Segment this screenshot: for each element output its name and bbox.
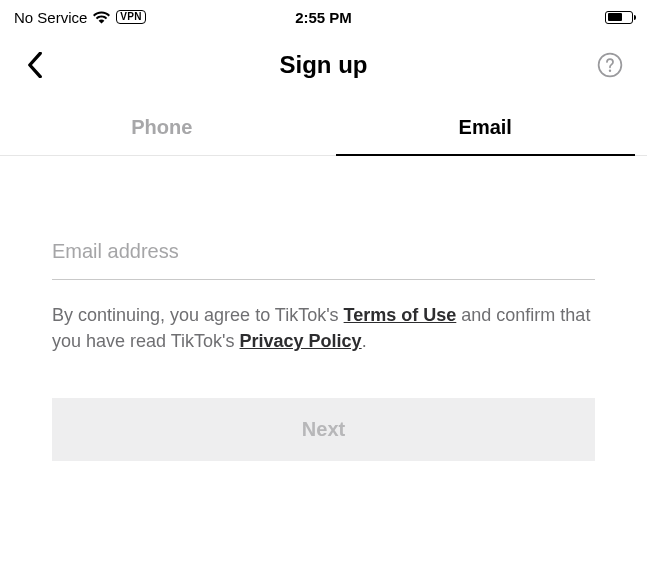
status-time: 2:55 PM [295, 9, 352, 26]
status-bar: No Service VPN 2:55 PM [0, 0, 647, 30]
help-icon [597, 52, 623, 78]
consent-text: By continuing, you agree to TikTok's Ter… [52, 302, 595, 354]
tab-email[interactable]: Email [324, 102, 648, 155]
back-button[interactable] [22, 48, 48, 82]
signup-form: By continuing, you agree to TikTok's Ter… [0, 156, 647, 461]
svg-point-1 [609, 70, 611, 72]
page-title: Sign up [280, 51, 368, 79]
status-left: No Service VPN [14, 9, 146, 26]
tab-phone[interactable]: Phone [0, 102, 324, 155]
privacy-policy-link[interactable]: Privacy Policy [240, 331, 362, 351]
nav-bar: Sign up [0, 30, 647, 94]
terms-of-use-link[interactable]: Terms of Use [344, 305, 457, 325]
chevron-left-icon [26, 52, 44, 78]
battery-icon [605, 11, 633, 24]
status-right [605, 11, 633, 24]
consent-prefix: By continuing, you agree to TikTok's [52, 305, 344, 325]
wifi-icon [93, 9, 110, 26]
carrier-text: No Service [14, 9, 87, 26]
email-field[interactable] [52, 226, 595, 280]
consent-suffix: . [362, 331, 367, 351]
next-button[interactable]: Next [52, 398, 595, 461]
help-button[interactable] [595, 50, 625, 80]
vpn-badge: VPN [116, 10, 145, 24]
tab-bar: Phone Email [0, 102, 647, 156]
